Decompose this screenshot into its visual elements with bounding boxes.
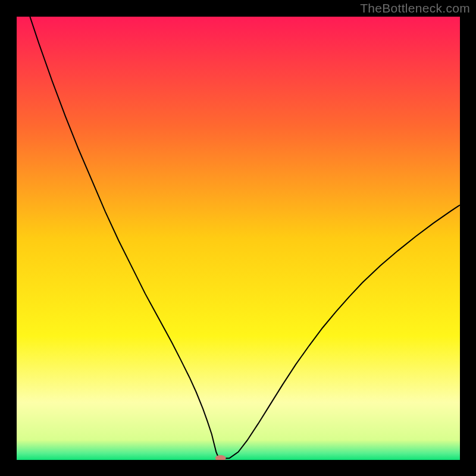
chart-frame: TheBottleneck.com [0,0,476,476]
bottleneck-plot [17,17,460,460]
plot-background [17,17,460,460]
watermark-text: TheBottleneck.com [360,1,470,15]
